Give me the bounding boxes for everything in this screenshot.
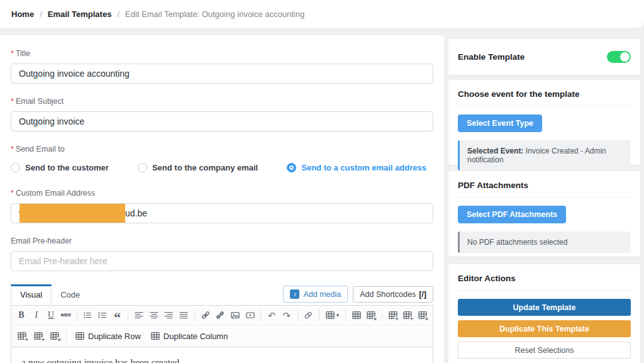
table-grid-icon — [150, 328, 161, 343]
align-left-icon[interactable] — [131, 308, 147, 323]
required-asterisk: * — [11, 49, 14, 58]
bullet-list-icon[interactable] — [80, 308, 95, 323]
required-asterisk: * — [11, 145, 14, 154]
strikethrough-icon[interactable]: ABC — [58, 308, 74, 323]
blockquote-icon[interactable]: “ — [110, 308, 125, 323]
redaction-block — [19, 204, 125, 223]
custom-email-address-input[interactable]: v ud.be — [11, 203, 433, 223]
email-visible-suffix: ud.be — [125, 208, 147, 218]
pdf-heading: PDF Attachments — [458, 181, 631, 190]
toolbar-divider — [77, 309, 77, 321]
tab-visual[interactable]: Visual — [11, 284, 52, 305]
insert-row-before-icon[interactable]: + — [386, 308, 401, 323]
media-icon: ♪ — [290, 289, 299, 299]
table-grid-icon — [74, 328, 86, 343]
enable-template-toggle[interactable] — [607, 51, 631, 63]
toolbar-divider — [66, 330, 67, 342]
editor-toolbar-row2: ++×Duplicate RowDuplicate Column — [11, 325, 433, 347]
toolbar-divider — [128, 309, 128, 321]
required-asterisk: * — [11, 189, 14, 198]
editor-toolbar-row1: BIUABC“↶↷▾×++× — [11, 306, 433, 325]
email-body-editor: Visual Code ♪ Add media Add Shortcodes [… — [11, 284, 433, 363]
italic-icon[interactable]: I — [29, 308, 44, 323]
editor-content-area[interactable]: a new outgoing invoice has been created — [11, 347, 433, 363]
custom-email-address-label: *Custom Email Address — [11, 189, 433, 198]
align-center-icon[interactable] — [147, 308, 162, 323]
toggle-knob — [620, 52, 630, 62]
toolbar-divider — [382, 309, 382, 321]
duplicate-template-button[interactable]: Duplicate This Template — [458, 320, 631, 337]
editor-tab-bar: Visual Code ♪ Add media Add Shortcodes [… — [11, 284, 433, 305]
selected-event-label: Selected Event: — [467, 147, 523, 155]
enable-template-card: Enable Template — [448, 39, 640, 75]
align-justify-icon[interactable] — [176, 308, 191, 323]
select-event-type-button[interactable]: Select Event Type — [458, 114, 542, 132]
breadcrumb-separator: / — [117, 9, 119, 19]
editor-actions-card: Editor Actions Update Template Duplicate… — [448, 264, 640, 363]
insert-column-before-icon[interactable]: + — [14, 328, 30, 343]
editor-box: BIUABC“↶↷▾×++× ++×Duplicate RowDuplicate… — [11, 305, 433, 363]
breadcrumb-current-page: Edit Email Template: Outgoing invoice ac… — [125, 9, 304, 19]
event-card: Choose event for the template Select Eve… — [448, 80, 640, 165]
enable-template-label: Enable Template — [458, 52, 525, 62]
toolbar-divider — [297, 309, 298, 321]
radio-circle-icon — [138, 163, 147, 172]
remove-link-icon[interactable] — [213, 308, 228, 323]
breadcrumb-email-templates[interactable]: Email Templates — [48, 9, 112, 19]
editor-actions-heading: Editor Actions — [458, 274, 631, 283]
email-preheader-label: Email Pre-header — [11, 237, 433, 246]
required-asterisk: * — [11, 97, 14, 106]
insert-row-after-icon[interactable]: + — [401, 308, 416, 323]
toolbar-divider — [319, 309, 319, 321]
align-right-icon[interactable] — [162, 308, 177, 323]
duplicate-row-label: Duplicate Row — [88, 332, 141, 341]
bold-icon[interactable]: B — [14, 308, 29, 323]
breadcrumb-home[interactable]: Home — [11, 9, 34, 19]
template-form-card: *Title *Email Subject *Send Email to Sen… — [0, 35, 444, 363]
underline-icon[interactable]: U — [43, 308, 58, 323]
toolbar-divider — [260, 309, 261, 321]
pdf-status-box: No PDF attachments selected — [458, 232, 631, 253]
delete-table-icon[interactable]: × — [364, 308, 379, 323]
radio-send-to-company-email[interactable]: Send to the company email — [138, 163, 258, 172]
email-preheader-input[interactable] — [11, 251, 433, 271]
toolbar-divider — [345, 309, 346, 321]
send-email-to-options: Send to the customer Send to the company… — [11, 162, 433, 173]
radio-send-to-custom-email[interactable]: Send to a custom email address — [287, 163, 426, 172]
duplicate-column-button[interactable]: Duplicate Column — [145, 327, 233, 345]
email-subject-input[interactable] — [11, 111, 433, 131]
delete-row-icon[interactable]: × — [415, 308, 430, 323]
undo-icon[interactable]: ↶ — [264, 308, 279, 323]
table-properties-icon[interactable] — [349, 308, 364, 323]
add-media-button[interactable]: ♪ Add media — [283, 286, 348, 303]
insert-video-icon[interactable] — [243, 308, 258, 323]
insert-image-icon[interactable] — [228, 308, 243, 323]
insert-column-after-icon[interactable]: + — [30, 328, 47, 343]
breadcrumb: Home / Email Templates / Edit Email Temp… — [0, 0, 644, 28]
toolbar-divider — [194, 309, 195, 321]
select-pdf-attachments-button[interactable]: Select PDF Attachments — [458, 206, 566, 223]
radio-send-to-customer[interactable]: Send to the customer — [11, 163, 109, 172]
title-input[interactable] — [11, 64, 433, 84]
duplicate-column-label: Duplicate Column — [164, 332, 228, 341]
duplicate-row-button[interactable]: Duplicate Row — [70, 327, 145, 345]
insert-link-icon[interactable] — [198, 308, 213, 323]
selected-event-box: Selected Event: Invoice Created - Admin … — [458, 140, 631, 170]
delete-column-icon[interactable]: × — [47, 328, 63, 343]
tab-code[interactable]: Code — [52, 285, 89, 305]
event-heading: Choose event for the template — [458, 89, 631, 99]
clear-formatting-icon[interactable] — [301, 308, 316, 323]
numbered-list-icon[interactable] — [95, 308, 110, 323]
table-menu-icon[interactable]: ▾ — [323, 308, 342, 323]
reset-selections-button[interactable]: Reset Selections — [458, 342, 631, 359]
add-shortcodes-button[interactable]: Add Shortcodes [/] — [353, 286, 433, 303]
radio-circle-icon — [11, 163, 20, 172]
send-email-to-label: *Send Email to — [11, 145, 433, 154]
pdf-attachments-card: PDF Attachments Select PDF Attachments N… — [448, 171, 640, 257]
title-label: *Title — [11, 49, 433, 59]
shortcode-brackets-icon: [/] — [419, 290, 426, 299]
update-template-button[interactable]: Update Template — [458, 299, 631, 316]
email-subject-label: *Email Subject — [11, 97, 433, 106]
redo-icon[interactable]: ↷ — [279, 308, 294, 323]
breadcrumb-separator: / — [40, 9, 42, 19]
